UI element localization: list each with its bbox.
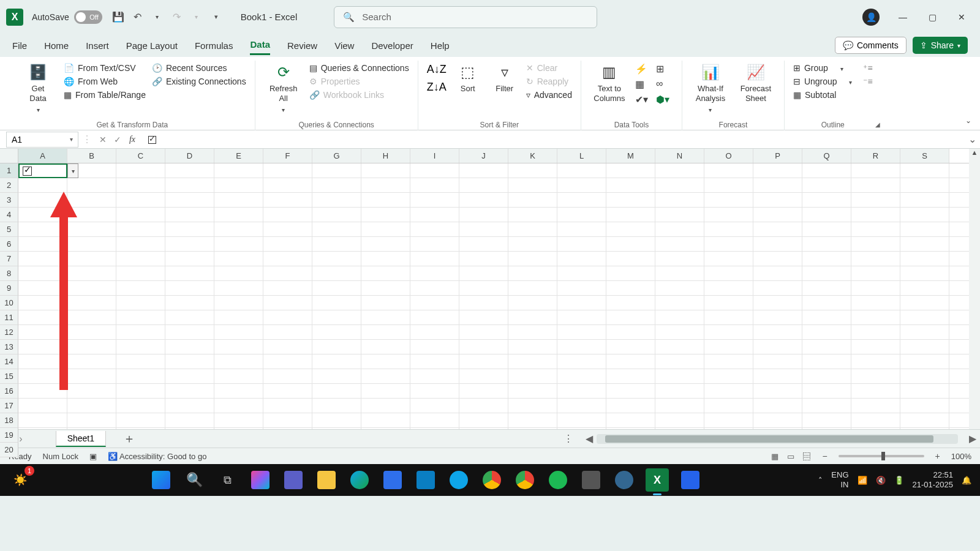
sort-asc-icon[interactable]: A↓Z <box>427 63 447 76</box>
column-header-J[interactable]: J <box>459 149 508 163</box>
hp-icon[interactable] <box>414 468 437 492</box>
column-header-K[interactable]: K <box>508 149 557 163</box>
task-view-icon[interactable]: ⧉ <box>216 468 239 492</box>
forecast-sheet-button[interactable]: 📈 Forecast Sheet <box>736 63 775 103</box>
tab-developer[interactable]: Developer <box>371 37 413 54</box>
insert-function-icon[interactable]: fx <box>125 135 140 144</box>
row-header-18[interactable]: 18 <box>0 413 18 428</box>
column-header-S[interactable]: S <box>900 149 949 163</box>
mail-icon[interactable] <box>679 468 702 492</box>
edge-icon[interactable] <box>348 468 371 492</box>
horizontal-scrollbar[interactable] <box>597 434 958 444</box>
row-header-3[interactable]: 3 <box>0 193 18 208</box>
chrome-icon[interactable] <box>480 468 503 492</box>
wifi-icon[interactable]: 📶 <box>858 476 867 485</box>
tab-data[interactable]: Data <box>250 36 270 55</box>
consolidate-icon[interactable]: ⊞ <box>656 63 673 75</box>
excel-taskbar-icon[interactable]: X <box>646 468 669 492</box>
manage-data-model-icon[interactable]: ⬢▾ <box>656 94 673 105</box>
relationships-icon[interactable]: ∞ <box>656 78 673 90</box>
ungroup-button[interactable]: ⊟Ungroup ▾ <box>793 77 852 86</box>
teams-icon[interactable] <box>282 468 305 492</box>
app-icon[interactable] <box>579 468 603 492</box>
tab-page-layout[interactable]: Page Layout <box>126 37 178 54</box>
search-input[interactable]: 🔍 Search <box>334 6 597 28</box>
column-header-Q[interactable]: Q <box>802 149 851 163</box>
sheet-nav-next-icon[interactable]: › <box>19 433 22 444</box>
sheet-tab-sheet1[interactable]: Sheet1 <box>56 431 106 447</box>
name-box[interactable]: A1 ▾ <box>6 132 78 148</box>
row-header-4[interactable]: 4 <box>0 208 18 222</box>
from-text-csv-button[interactable]: 📄From Text/CSV <box>64 63 146 73</box>
clock[interactable]: 22:51 21-01-2025 <box>913 470 954 489</box>
chrome2-icon[interactable] <box>513 468 537 492</box>
row-header-2[interactable]: 2 <box>0 178 18 193</box>
tab-review[interactable]: Review <box>287 37 317 54</box>
refresh-all-button[interactable]: ⟳ Refresh All ▾ <box>264 63 303 114</box>
get-data-button[interactable]: 🗄️ Get Data ▾ <box>18 63 58 114</box>
row-header-5[interactable]: 5 <box>0 222 18 237</box>
volume-icon[interactable]: 🔇 <box>876 476 886 485</box>
formula-input[interactable] <box>140 134 964 144</box>
column-header-M[interactable]: M <box>606 149 655 163</box>
row-header-9[interactable]: 9 <box>0 281 18 296</box>
notifications-icon[interactable]: 🔔 <box>962 476 971 485</box>
cells-area[interactable]: ▾ <box>18 163 969 429</box>
undo-icon[interactable]: ↶ <box>132 11 144 23</box>
collapse-ribbon-icon[interactable]: ⌄ <box>965 116 971 125</box>
page-break-view-icon[interactable]: ⿳ <box>803 452 811 461</box>
tab-home[interactable]: Home <box>44 37 69 54</box>
redo-dropdown-icon[interactable]: ▾ <box>190 11 203 23</box>
hscroll-left-icon[interactable]: ◀ <box>582 433 597 444</box>
row-header-20[interactable]: 20 <box>0 443 18 457</box>
tray-overflow-icon[interactable]: ˄ <box>818 476 823 485</box>
autosave-control[interactable]: AutoSave Off <box>32 10 102 24</box>
column-header-B[interactable]: B <box>67 149 116 163</box>
text-to-columns-button[interactable]: ▥ Text to Columns <box>590 63 629 103</box>
remove-duplicates-icon[interactable]: ▦ <box>635 78 652 90</box>
from-table-range-button[interactable]: ▦From Table/Range <box>64 90 146 100</box>
comments-button[interactable]: 💬 Comments <box>835 37 907 54</box>
row-header-19[interactable]: 19 <box>0 428 18 443</box>
start-menu-icon[interactable] <box>149 468 173 492</box>
column-header-F[interactable]: F <box>263 149 312 163</box>
normal-view-icon[interactable]: ▦ <box>771 452 778 461</box>
existing-connections-button[interactable]: 🔗Existing Connections <box>152 77 246 86</box>
ms-store-icon[interactable] <box>381 468 404 492</box>
subtotal-button[interactable]: ▦Subtotal <box>793 90 852 100</box>
column-header-H[interactable]: H <box>361 149 410 163</box>
autosave-toggle[interactable]: Off <box>74 10 102 24</box>
copilot-icon[interactable] <box>249 468 272 492</box>
tab-view[interactable]: View <box>334 37 354 54</box>
user-avatar-icon[interactable]: 👤 <box>862 9 880 26</box>
file-explorer-icon[interactable] <box>315 468 338 492</box>
column-header-L[interactable]: L <box>557 149 606 163</box>
flash-fill-icon[interactable]: ⚡ <box>635 63 652 75</box>
macro-record-icon[interactable]: ▣ <box>89 452 97 461</box>
zoom-level[interactable]: 100% <box>951 452 971 461</box>
cell-a1-filter-dropdown[interactable]: ▾ <box>67 163 78 178</box>
redo-icon[interactable]: ↷ <box>171 11 183 23</box>
save-icon[interactable]: 💾 <box>112 11 124 23</box>
sort-button[interactable]: ⬚ Sort <box>453 63 483 94</box>
column-header-C[interactable]: C <box>116 149 165 163</box>
row-header-7[interactable]: 7 <box>0 252 18 266</box>
tab-formulas[interactable]: Formulas <box>195 37 233 54</box>
taskbar-search-icon[interactable]: 🔍 <box>183 468 206 492</box>
column-header-N[interactable]: N <box>655 149 704 163</box>
vertical-scrollbar[interactable]: ▲ <box>969 149 980 429</box>
cancel-formula-icon[interactable]: ✕ <box>96 135 110 144</box>
row-header-15[interactable]: 15 <box>0 369 18 384</box>
add-sheet-button[interactable]: ＋ <box>123 430 135 447</box>
name-box-dropdown-icon[interactable]: ▾ <box>70 136 73 143</box>
row-header-10[interactable]: 10 <box>0 296 18 310</box>
sort-desc-icon[interactable]: Z↓A <box>427 81 447 94</box>
tab-file[interactable]: File <box>12 37 27 54</box>
row-header-6[interactable]: 6 <box>0 237 18 252</box>
row-header-17[interactable]: 17 <box>0 399 18 413</box>
undo-dropdown-icon[interactable]: ▾ <box>151 11 164 23</box>
row-header-14[interactable]: 14 <box>0 354 18 369</box>
row-header-11[interactable]: 11 <box>0 310 18 325</box>
spreadsheet-grid[interactable]: ABCDEFGHIJKLMNOPQRS 12345678910111213141… <box>0 149 980 429</box>
share-button[interactable]: ⇪ Share ▾ <box>913 37 968 54</box>
